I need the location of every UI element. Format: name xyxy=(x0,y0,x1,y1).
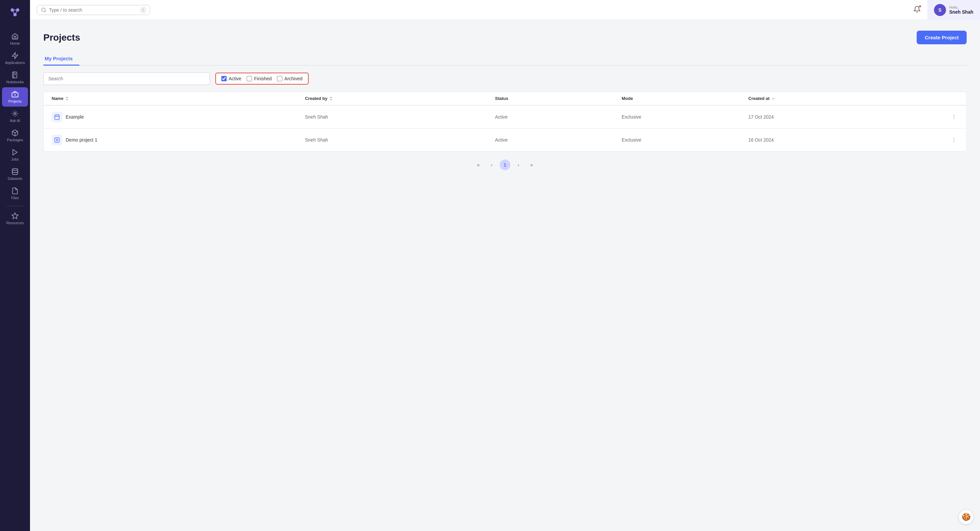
pagination-last[interactable]: » xyxy=(527,160,537,170)
user-name: Sneh Shah xyxy=(949,10,973,15)
project-status: Active xyxy=(495,114,622,120)
page-header: Projects Create Project xyxy=(43,31,967,44)
sidebar-item-label: Files xyxy=(11,196,19,200)
project-icon xyxy=(52,135,62,145)
sort-desc-icon xyxy=(771,96,776,101)
notification-dot xyxy=(919,5,921,8)
table-row[interactable]: Example Sneh Shah Active Exclusive 17 Oc… xyxy=(44,106,966,128)
sidebar-item-label: Resources xyxy=(6,221,24,225)
filter-archived-label: Archived xyxy=(284,76,302,81)
project-status: Active xyxy=(495,137,622,143)
topbar: / S Hello, Sneh Shah xyxy=(30,0,980,20)
filter-active[interactable]: Active xyxy=(221,76,241,81)
sidebar-item-files[interactable]: Files xyxy=(0,184,30,203)
sidebar-item-label: Packages xyxy=(7,138,23,142)
datasets-icon xyxy=(11,168,19,175)
col-status: Status xyxy=(495,96,622,101)
col-actions xyxy=(938,96,958,101)
filter-archived[interactable]: Archived xyxy=(277,76,302,81)
filter-finished[interactable]: Finished xyxy=(247,76,272,81)
sidebar-item-applications[interactable]: Applications xyxy=(0,49,30,68)
row-actions-button[interactable] xyxy=(938,136,958,144)
sidebar-item-ask-ai[interactable]: Ask AI xyxy=(0,106,30,126)
tab-my-projects[interactable]: My Projects xyxy=(43,52,80,66)
project-created-at: 17 Oct 2024 xyxy=(748,114,938,120)
project-calendar-icon xyxy=(54,114,60,120)
pagination-first[interactable]: « xyxy=(473,160,484,170)
project-created-at: 16 Oct 2024 xyxy=(748,137,938,143)
svg-point-18 xyxy=(42,8,45,12)
resources-icon xyxy=(11,212,19,220)
sidebar-item-label: Datasets xyxy=(8,176,22,181)
project-mode: Exclusive xyxy=(622,114,748,120)
sidebar-item-packages[interactable]: Packages xyxy=(0,126,30,145)
sidebar: Home Applications Notebooks Projects Ask… xyxy=(0,0,30,531)
svg-point-25 xyxy=(954,117,955,117)
project-settings-icon xyxy=(54,137,60,143)
svg-marker-17 xyxy=(12,213,18,219)
search-box[interactable]: / xyxy=(37,5,150,15)
main-container: / S Hello, Sneh Shah Projects Create Pro… xyxy=(30,0,980,531)
search-input[interactable] xyxy=(49,7,138,13)
projects-table: Name Created by Status Mode Created at xyxy=(43,92,967,152)
project-search-input[interactable] xyxy=(43,72,210,85)
svg-point-13 xyxy=(14,113,16,114)
project-name: Example xyxy=(66,114,84,120)
svg-line-19 xyxy=(45,11,46,12)
svg-point-28 xyxy=(56,139,58,141)
row-actions-button[interactable] xyxy=(938,113,958,121)
sidebar-item-label: Projects xyxy=(8,99,22,103)
notebooks-icon xyxy=(11,71,19,79)
col-created-by: Created by xyxy=(305,96,495,101)
filter-finished-checkbox[interactable] xyxy=(247,76,252,81)
page-title: Projects xyxy=(43,32,80,43)
applications-icon xyxy=(11,52,19,59)
filter-row: Active Finished Archived xyxy=(43,72,967,85)
table-header: Name Created by Status Mode Created at xyxy=(44,92,966,106)
table-row[interactable]: Demo project 1 Sneh Shah Active Exclusiv… xyxy=(44,128,966,151)
svg-point-32 xyxy=(954,139,955,140)
sort-icon xyxy=(65,96,69,101)
notifications-button[interactable] xyxy=(912,4,922,15)
project-mode: Exclusive xyxy=(622,137,748,143)
cookie-button[interactable]: 🍪 xyxy=(959,510,973,524)
user-greeting: Hello, xyxy=(949,5,973,10)
sidebar-item-resources[interactable]: Resources xyxy=(0,209,30,228)
project-name: Demo project 1 xyxy=(66,137,97,143)
pagination-next[interactable]: › xyxy=(513,160,523,170)
sidebar-item-jobs[interactable]: Jobs xyxy=(0,145,30,165)
project-created-by: Sneh Shah xyxy=(305,114,495,120)
sidebar-item-datasets[interactable]: Datasets xyxy=(0,165,30,184)
logo[interactable] xyxy=(6,4,24,23)
sort-icon xyxy=(329,96,333,101)
col-created-at: Created at xyxy=(748,96,938,101)
pagination-current[interactable]: 1 xyxy=(500,160,510,170)
filter-archived-checkbox[interactable] xyxy=(277,76,282,81)
sidebar-item-notebooks[interactable]: Notebooks xyxy=(0,68,30,87)
tabs: My Projects xyxy=(43,52,967,66)
svg-point-16 xyxy=(12,168,18,171)
content: Projects Create Project My Projects Acti… xyxy=(30,20,980,531)
pagination: « ‹ 1 › » xyxy=(43,160,967,170)
sidebar-item-label: Home xyxy=(10,41,20,45)
svg-rect-27 xyxy=(55,138,59,143)
sidebar-item-home[interactable]: Home xyxy=(0,29,30,49)
svg-point-31 xyxy=(954,138,955,139)
project-icon xyxy=(52,112,62,122)
filter-active-checkbox[interactable] xyxy=(221,76,227,81)
files-icon xyxy=(11,187,19,195)
pagination-prev[interactable]: ‹ xyxy=(486,160,497,170)
sidebar-item-label: Jobs xyxy=(11,157,19,161)
sidebar-item-label: Notebooks xyxy=(6,80,24,84)
create-project-button[interactable]: Create Project xyxy=(917,31,967,44)
filter-finished-label: Finished xyxy=(254,76,272,81)
svg-point-26 xyxy=(954,118,955,119)
search-icon xyxy=(41,7,46,13)
avatar: S xyxy=(934,4,946,16)
ellipsis-icon xyxy=(951,114,957,120)
filter-active-label: Active xyxy=(229,76,241,81)
svg-marker-15 xyxy=(13,150,18,155)
svg-point-33 xyxy=(954,141,955,142)
sidebar-item-projects[interactable]: Projects xyxy=(2,87,28,106)
project-created-by: Sneh Shah xyxy=(305,137,495,143)
